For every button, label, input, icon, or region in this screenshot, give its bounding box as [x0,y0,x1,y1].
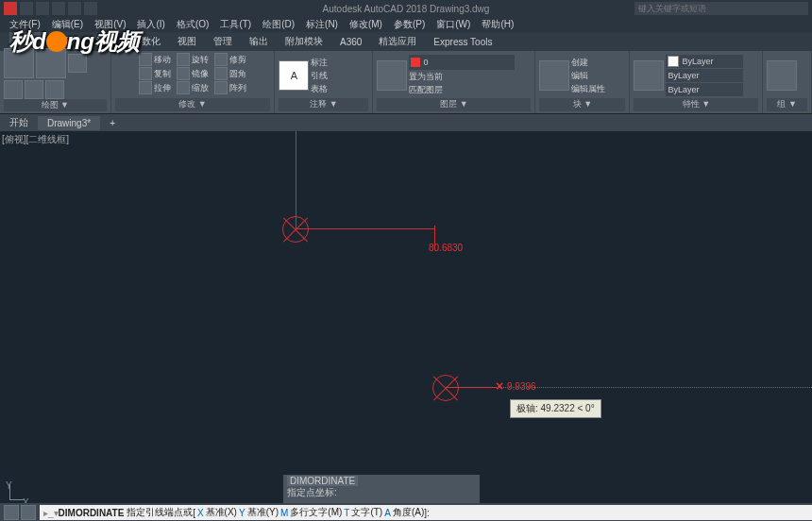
table-button[interactable]: 表格 [311,83,328,95]
panel-layers-label[interactable]: 图层 ▼ [377,98,531,111]
opt-y[interactable]: Y [239,508,245,518]
match-layer-button[interactable]: 匹配图层 [409,84,515,96]
menu-draw[interactable]: 绘图(D) [262,18,295,31]
panel-annotate-label[interactable]: 注释 ▼ [279,98,368,111]
tab-express[interactable]: Express Tools [433,37,492,47]
mirror-button[interactable]: 镜像 [177,67,209,80]
make-current-button[interactable]: 置为当前 [409,71,515,83]
array-icon [214,81,228,94]
group-icon[interactable] [767,60,797,91]
tab-a360[interactable]: A360 [340,37,362,47]
copy-icon [139,67,152,80]
arc-icon[interactable] [4,80,23,99]
opt-t[interactable]: T [344,508,349,518]
layer-color-swatch [411,58,420,67]
opt-x[interactable]: X [197,508,204,518]
ribbon: 绘图 ▼ 移动 旋转 修剪 复制 镜像 圆角 拉伸 缩放 阵列 修改 ▼ A [0,51,812,114]
create-block-button[interactable]: 创建 [571,57,605,69]
menu-window[interactable]: 窗口(W) [436,18,470,31]
tab-view[interactable]: 视图 [178,35,196,48]
dim-button[interactable]: 标注 [311,57,328,69]
opt-a[interactable]: A [384,508,391,518]
hist-cmd: DIMORDINATE [287,476,358,486]
panel-block-label[interactable]: 块 ▼ [539,98,625,111]
copy-button[interactable]: 复制 [139,67,171,80]
watermark-logo: 秒dng视频 [9,26,140,57]
qat-save-icon[interactable] [52,2,65,15]
app-menu-icon[interactable] [4,2,17,15]
menu-insert[interactable]: 插入(I) [137,18,164,31]
viewport-label[interactable]: [俯视][二维线框] [2,133,69,146]
panel-props-label[interactable]: 特性 ▼ [634,98,758,111]
layer-dropdown[interactable]: 0 [409,55,515,70]
stretch-icon [139,81,152,94]
layer-props-icon[interactable] [377,60,407,91]
circle-icon[interactable] [68,54,87,73]
tab-addon[interactable]: 附加模块 [285,35,323,48]
tab-featured[interactable]: 精选应用 [379,35,416,48]
command-history: DIMORDINATE 指定点坐标: [283,475,480,503]
polar-tooltip: 极轴: 49.2322 < 0° [510,399,601,418]
panel-block: 创建 编辑 编辑属性 块 ▼ [535,51,630,113]
trim-icon [214,53,228,66]
tab-output[interactable]: 输出 [249,35,268,48]
drawing-viewport[interactable]: [俯视][二维线框] 80.6830 × 9.9396 极轴: 49.2322 … [0,131,812,503]
panel-layers: 0 置为当前 匹配图层 图层 ▼ [373,51,535,113]
panel-annotate: A 标注 引线 表格 注释 ▼ [275,51,373,113]
qat-new-icon[interactable] [20,2,33,15]
trim-button[interactable]: 修剪 [214,53,246,66]
fillet-button[interactable]: 圆角 [214,67,246,80]
match-props-icon[interactable] [634,60,664,91]
qat-open-icon[interactable] [36,2,49,15]
move-button[interactable]: 移动 [139,53,171,66]
bylayer-color-swatch [668,56,679,67]
quick-access-toolbar[interactable] [0,2,97,15]
panel-modify-label[interactable]: 修改 ▼ [115,98,271,111]
qat-redo-icon[interactable] [84,2,97,15]
fillet-icon [214,67,228,80]
cursor-x-marker: × [496,378,503,394]
edit-block-button[interactable]: 编辑 [571,70,605,82]
panel-groups-label[interactable]: 组 ▼ [767,98,807,111]
menu-tools[interactable]: 工具(T) [220,18,251,31]
menu-help[interactable]: 帮助(H) [482,18,514,31]
search-box[interactable]: 键入关键字或短语 [634,2,808,15]
leader-button[interactable]: 引线 [311,70,328,82]
mirror-icon [177,67,190,80]
search-placeholder: 键入关键字或短语 [638,3,706,15]
tab-manage[interactable]: 管理 [213,35,232,48]
tab-new[interactable]: + [100,116,125,130]
model-space-icon[interactable] [4,505,19,520]
panel-draw-label[interactable]: 绘图 ▼ [4,99,107,111]
qat-undo-icon[interactable] [68,2,81,15]
menu-param[interactable]: 参数(P) [394,18,425,31]
dim-line-1 [296,228,434,229]
rotate-button[interactable]: 旋转 [177,53,209,66]
linetype-dropdown[interactable]: ByLayer [666,83,743,96]
rect-icon[interactable] [25,80,43,99]
edit-attr-button[interactable]: 编辑属性 [571,83,605,95]
tab-drawing3[interactable]: Drawing3* [38,116,100,130]
command-prompt: 指定引线端点或 [127,506,193,519]
dim-value-1: 80.6830 [429,243,463,253]
document-tabs: 开始 Drawing3* + [0,114,812,131]
active-command: DIMORDINATE [59,508,125,518]
panel-draw: 绘图 ▼ [0,51,111,113]
color-dropdown[interactable]: ByLayer [666,55,743,68]
opt-m[interactable]: M [280,508,288,518]
text-icon[interactable]: A [279,60,309,91]
tab-start[interactable]: 开始 [0,114,38,131]
array-button[interactable]: 阵列 [214,81,246,94]
insert-block-icon[interactable] [539,60,569,91]
status-bar: ▸_▾ DIMORDINATE 指定引线端点或 [ X基准(X) Y基准(Y) … [0,503,812,521]
hatch-icon[interactable] [45,80,64,99]
scale-button[interactable]: 缩放 [177,81,209,94]
command-line[interactable]: ▸_▾ DIMORDINATE 指定引线端点或 [ X基准(X) Y基准(Y) … [40,505,812,520]
menu-format[interactable]: 格式(O) [177,18,209,31]
lineweight-dropdown[interactable]: ByLayer [666,69,743,82]
menu-dim[interactable]: 标注(N) [306,18,338,31]
layout-icon[interactable] [21,505,36,520]
dim-leader-1 [434,226,435,244]
stretch-button[interactable]: 拉伸 [139,81,171,94]
menu-modify[interactable]: 修改(M) [349,18,382,31]
